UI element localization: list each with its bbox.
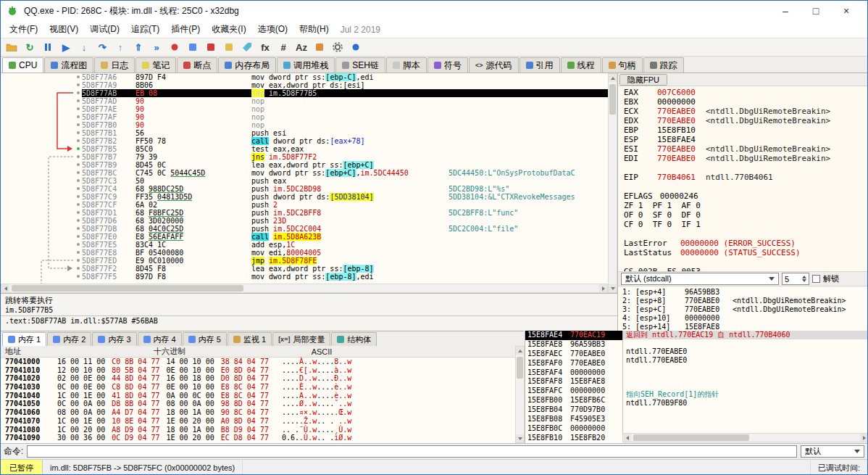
tab-references[interactable]: 引用: [519, 57, 560, 73]
menu-help[interactable]: 帮助(H): [293, 21, 335, 38]
register-row-ebx[interactable]: EBX00000000: [624, 97, 868, 107]
stack-row[interactable]: 15E8FB0015E8FB6C: [525, 396, 622, 405]
tab-source[interactable]: <>源代码: [469, 57, 519, 73]
menu-plugins[interactable]: 插件(P): [165, 21, 206, 38]
disasm-row[interactable]: 5D8F77F28D45 F8lea eax,dword ptr ss:[ebp…: [1, 265, 608, 273]
argument-row[interactable]: 3: [esp+C]770EABE0<ntdll.DbgUiRemoteBrea…: [622, 305, 868, 314]
tab-threads[interactable]: 线程: [561, 57, 601, 73]
breakpoint-dot[interactable]: [77, 243, 80, 246]
stack-row[interactable]: 15E8FAF400000000: [525, 368, 622, 378]
stack-row[interactable]: 15E8FB08F45905E3: [525, 415, 622, 424]
argument-row[interactable]: 5: [esp+14]15E8FAE8: [622, 323, 868, 331]
disasm-row[interactable]: 5D8F77B2FF50 78call dword ptr ds:[eax+78…: [1, 137, 608, 145]
register-row-esp[interactable]: ESP15E8FAE4: [624, 135, 868, 144]
menu-view[interactable]: 视图(V): [43, 21, 84, 38]
register-row-eflags[interactable]: EFLAGS00000246: [624, 191, 868, 201]
stack-row[interactable]: 15E8FAEC770EABE0: [525, 350, 622, 359]
register-row[interactable]: [624, 229, 868, 239]
breakpoint-dot[interactable]: [77, 155, 80, 158]
tab-breakpoints[interactable]: 断点: [177, 57, 217, 73]
breakpoint-dot[interactable]: [77, 227, 80, 230]
register-row[interactable]: CF 0 TF 0 IF 1: [624, 220, 868, 229]
stack-comment-row[interactable]: [623, 373, 868, 381]
breakpoint-dot[interactable]: [77, 251, 80, 254]
scroll-right-arrow-icon[interactable]: [599, 284, 607, 292]
stack-row[interactable]: 15E8FB1015E8FB20: [525, 434, 622, 443]
tab-log[interactable]: 日志: [94, 57, 135, 73]
menu-file[interactable]: 文件(F): [4, 21, 43, 38]
register-row-lasterror[interactable]: LastError00000000 (ERROR_SUCCESS): [624, 239, 868, 248]
command-profile-select[interactable]: 默认: [801, 445, 864, 458]
stack-comment-row[interactable]: ntdll.770B9F80: [623, 399, 868, 408]
register-row-edi[interactable]: EDI770EABE0<ntdll.DbgUiRemoteBreakin>: [624, 154, 868, 163]
stack-row[interactable]: 15E8FAE896A59BB3: [525, 340, 622, 350]
stepper-arrows-icon[interactable]: [802, 276, 806, 282]
breakpoint-dot[interactable]: [77, 179, 80, 182]
disasm-row[interactable]: 5D8F77A98B06mov eax,dword ptr ds:[esi]: [1, 81, 608, 89]
tab-memory-4[interactable]: 内存 4: [138, 332, 182, 346]
settings-icon[interactable]: [330, 39, 346, 55]
scroll-down-arrow-icon[interactable]: [609, 284, 617, 292]
argument-row[interactable]: 2: [esp+8]770EABE0<ntdll.DbgUiRemoteBrea…: [622, 297, 868, 305]
open-file-icon[interactable]: [4, 39, 20, 55]
breakpoint-dot[interactable]: [77, 275, 80, 278]
disasm-row[interactable]: 5D8F77E583C4 1Cadd esp,1C: [1, 241, 608, 249]
menu-favourites[interactable]: 收藏夹(I): [206, 21, 251, 38]
memory-row[interactable]: 770410300C 00 0E 00C8 8D 04 770E 00 10 0…: [1, 383, 515, 392]
disasm-row[interactable]: 5D8F77BCC745 0C 5044C45Dmov dword ptr ss…: [1, 169, 608, 177]
disasm-row[interactable]: 5D8F77B090nop: [1, 121, 608, 129]
breakpoint-dot[interactable]: [77, 75, 80, 78]
patches-icon[interactable]: [203, 39, 219, 55]
register-row[interactable]: [624, 257, 868, 267]
memory-row[interactable]: 770410500C 00 0A 00D8 8B 04 7708 00 0A 0…: [1, 400, 515, 408]
stack-comment-row[interactable]: [623, 424, 868, 433]
tab-watch-1[interactable]: 监视 1: [228, 332, 272, 346]
comments-icon[interactable]: [221, 39, 237, 55]
disasm-row[interactable]: 5D8F77D668 3D020000push 23D: [1, 217, 608, 225]
disassembly-view[interactable]: 5D8F77A6897D F4mov dword ptr ss:[ebp-C],…: [1, 73, 608, 284]
pause-icon[interactable]: [40, 39, 56, 55]
register-row[interactable]: ZF 1 PF 1 AF 0: [624, 201, 868, 210]
breakpoint-dot[interactable]: [77, 203, 80, 206]
memory-row[interactable]: 7704101012 00 10 0080 5B 04 770E 00 10 0…: [1, 366, 515, 375]
stack-comments-view[interactable]: 返回到 ntdll.770EAC19 自 ntdll.770B4060ntdll…: [622, 331, 868, 433]
memory-row[interactable]: 770410701C 00 1E 0010 8E 04 771E 00 20 0…: [1, 417, 515, 426]
tab-script[interactable]: 脚本: [386, 57, 427, 73]
menu-debug[interactable]: 调试(D): [84, 21, 125, 38]
breakpoint-dot[interactable]: [77, 235, 80, 238]
tab-memory-2[interactable]: 内存 2: [47, 332, 91, 346]
stack-comment-row[interactable]: [623, 381, 868, 390]
step-into-icon[interactable]: ↓: [76, 39, 92, 55]
disasm-vscroll-thumb[interactable]: [609, 84, 616, 115]
memory-map-icon[interactable]: [185, 39, 201, 55]
memory-row[interactable]: 7704109030 00 36 000C D9 04 771E 00 20 0…: [1, 434, 515, 442]
register-row[interactable]: [624, 163, 868, 173]
stack-view[interactable]: 15E8FAE4770EAC1915E8FAE896A59BB315E8FAEC…: [525, 331, 622, 443]
tab-graph[interactable]: 流程图: [44, 57, 93, 73]
menu-options[interactable]: 选项(O): [252, 21, 293, 38]
disasm-row[interactable]: 5D8F77AE90nop: [1, 105, 608, 113]
tab-trace[interactable]: 跟踪: [643, 57, 684, 73]
scroll-up-arrow-icon[interactable]: [609, 74, 617, 82]
tab-cpu[interactable]: CPU: [2, 57, 43, 73]
disasm-row[interactable]: 5D8F77B585C0test eax,eax: [1, 145, 608, 153]
disasm-row[interactable]: 5D8F77DB68 04C0C25Dpush im.5DC2C0045DC2C…: [1, 225, 608, 233]
argument-row[interactable]: 4: [esp+10]00000000: [622, 314, 868, 323]
stack-row[interactable]: 15E8FAFC00000000: [525, 387, 622, 396]
maximize-button[interactable]: □: [801, 1, 831, 21]
breakpoint-dot[interactable]: [77, 139, 80, 142]
tab-handles[interactable]: 句柄: [602, 57, 643, 73]
stack-row[interactable]: 15E8FAF0770EABE0: [525, 359, 622, 368]
tab-memory-5[interactable]: 内存 5: [183, 332, 227, 346]
step-out-icon[interactable]: ↑: [112, 39, 128, 55]
breakpoint-dot[interactable]: [77, 267, 80, 270]
memory-vscrollbar[interactable]: [515, 346, 525, 443]
disasm-row[interactable]: 5D8F77CF6A 02push 2: [1, 201, 608, 209]
stack-comment-row[interactable]: ntdll.770EABE0: [623, 356, 868, 365]
restart-icon[interactable]: ↻: [22, 39, 38, 55]
labels-icon[interactable]: [239, 39, 255, 55]
register-row-laststatus[interactable]: LastStatus00000000 (STATUS_SUCCESS): [624, 248, 868, 257]
stack-row[interactable]: 15E8FB0C00000000: [525, 424, 622, 434]
tab-seh-chain[interactable]: SEH链: [335, 57, 385, 73]
calculator-icon[interactable]: #: [275, 39, 291, 55]
